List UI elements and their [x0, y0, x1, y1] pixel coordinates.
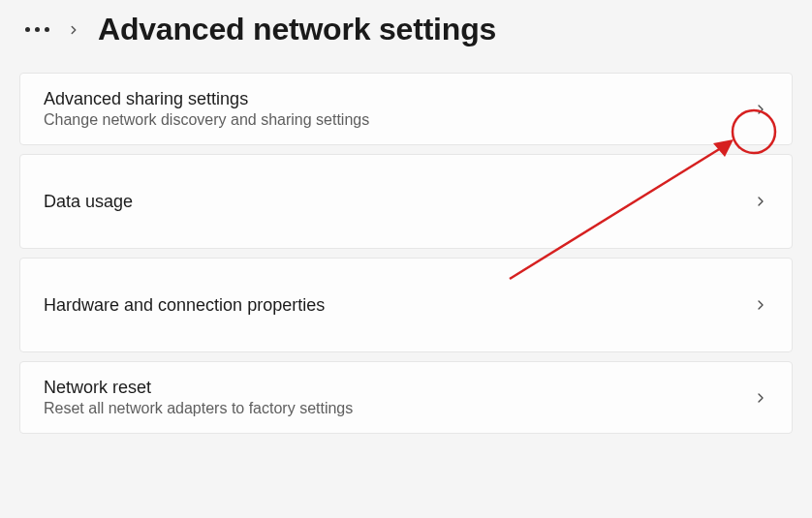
card-text: Network reset Reset all network adapters… [44, 378, 353, 417]
card-title: Advanced sharing settings [44, 89, 369, 109]
card-subtitle: Change network discovery and sharing set… [44, 111, 369, 129]
data-usage-item[interactable]: Data usage [19, 154, 793, 249]
advanced-sharing-settings-item[interactable]: Advanced sharing settings Change network… [19, 73, 793, 145]
chevron-right-icon [753, 390, 768, 406]
card-title: Hardware and connection properties [44, 295, 325, 316]
card-text: Advanced sharing settings Change network… [44, 89, 369, 129]
card-title: Network reset [44, 378, 353, 398]
chevron-right-icon [753, 102, 768, 117]
card-text: Data usage [44, 192, 133, 212]
card-title: Data usage [44, 192, 133, 212]
breadcrumb: Advanced network settings [0, 0, 812, 55]
chevron-right-icon [753, 194, 768, 209]
page-title: Advanced network settings [98, 12, 496, 47]
chevron-right-icon [753, 297, 768, 313]
settings-list: Advanced sharing settings Change network… [0, 55, 812, 434]
card-subtitle: Reset all network adapters to factory se… [44, 400, 353, 417]
network-reset-item[interactable]: Network reset Reset all network adapters… [19, 361, 793, 434]
hardware-connection-properties-item[interactable]: Hardware and connection properties [19, 258, 793, 352]
chevron-right-icon [67, 23, 80, 37]
more-icon[interactable] [25, 27, 49, 32]
card-text: Hardware and connection properties [44, 295, 325, 316]
